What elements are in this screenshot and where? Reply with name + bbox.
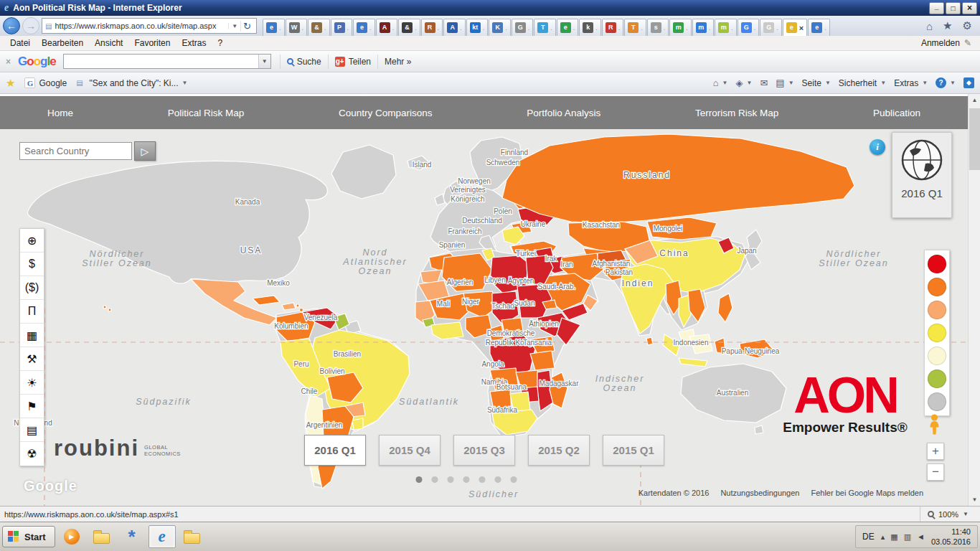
political-violence-icon[interactable]: ☀ xyxy=(20,371,44,395)
risk-map-area[interactable]: NördlicherStiller OzeanNordAtlantischerO… xyxy=(0,129,968,506)
info-icon[interactable]: i xyxy=(870,139,885,155)
read-mail-icon[interactable]: ✉ xyxy=(760,77,768,88)
country-region[interactable] xyxy=(679,358,707,367)
nav-item-home[interactable]: Home xyxy=(42,108,79,118)
google-search-input[interactable] xyxy=(64,55,258,68)
app-shortcut-button[interactable]: * xyxy=(118,525,146,548)
addon-icon[interactable]: ◆ xyxy=(963,77,974,88)
menu-[interactable]: ? xyxy=(212,37,228,50)
url-text[interactable]: https://www.riskmaps.aon.co.uk/site/map.… xyxy=(55,22,228,30)
browser-tab[interactable]: m. xyxy=(692,19,715,36)
pager-dot[interactable] xyxy=(495,476,501,483)
browser-tab[interactable]: e. xyxy=(808,19,830,36)
search-dropdown-icon[interactable]: ▼ xyxy=(258,55,270,68)
browser-tab[interactable]: R. xyxy=(421,19,443,36)
maximize-button[interactable] xyxy=(946,2,961,14)
country-region[interactable] xyxy=(103,306,106,309)
zoom-control[interactable]: 100% ▼ xyxy=(920,507,976,522)
scrollbar-thumb[interactable] xyxy=(969,108,980,170)
sanctions-document-icon[interactable]: ▤ xyxy=(20,418,44,442)
country-region[interactable] xyxy=(755,425,763,434)
minimize-button[interactable] xyxy=(929,2,944,14)
pager-dot[interactable] xyxy=(448,476,454,483)
country-region[interactable] xyxy=(300,309,303,312)
pager-dot[interactable] xyxy=(511,476,517,483)
forward-button[interactable] xyxy=(22,17,39,34)
nav-item-political-risk-map[interactable]: Political Risk Map xyxy=(162,108,250,118)
display-icon[interactable]: ▥ xyxy=(904,532,911,542)
map-attribution-link[interactable]: Nutzungsbedingungen xyxy=(720,489,799,497)
supply-chain-icon[interactable]: ▦ xyxy=(20,324,44,347)
browser-tab[interactable]: T. xyxy=(624,19,646,36)
favorites-star-icon[interactable]: ★ xyxy=(938,19,957,32)
feeds-button[interactable]: ◈▼ xyxy=(736,77,753,88)
settings-gear-icon[interactable]: ⚙ xyxy=(958,19,977,32)
browser-tab[interactable]: e× xyxy=(783,19,807,36)
browser-tab[interactable]: T. xyxy=(534,19,556,36)
start-button[interactable]: Start xyxy=(2,526,55,547)
help-button[interactable]: ?▼ xyxy=(936,77,956,88)
browser-tab[interactable]: A. xyxy=(376,19,398,36)
country-region[interactable] xyxy=(502,134,854,223)
browser-tab[interactable]: e. xyxy=(557,19,579,36)
pager-dot[interactable] xyxy=(479,476,486,483)
terrorism-icon[interactable]: ☢ xyxy=(20,442,44,466)
pegman-icon[interactable] xyxy=(928,414,941,438)
signin-button[interactable]: Anmelden ✎ xyxy=(921,38,976,48)
favorites-bar-star-icon[interactable]: ★ xyxy=(6,77,15,90)
explorer-button[interactable] xyxy=(88,525,116,548)
pager-dot[interactable] xyxy=(463,476,470,483)
menu-datei[interactable]: Datei xyxy=(4,37,36,50)
pager-dot[interactable] xyxy=(432,476,438,483)
country-region[interactable] xyxy=(435,194,445,205)
network-icon[interactable]: ▦ xyxy=(890,532,897,542)
pager-dot[interactable] xyxy=(416,476,423,483)
nav-item-portfolio-analysis[interactable]: Portfolio Analysis xyxy=(521,108,606,118)
toolbar-close-icon[interactable]: × xyxy=(6,57,11,67)
browser-tab[interactable]: A. xyxy=(443,19,466,36)
browser-tab[interactable]: s. xyxy=(647,19,669,36)
browser-tab[interactable]: m. xyxy=(669,19,692,36)
map-attribution-link[interactable]: Kartendaten © 2016 xyxy=(639,489,710,497)
browser-tab[interactable]: G. xyxy=(512,19,534,36)
country-region[interactable] xyxy=(296,304,299,307)
globe-icon[interactable]: ⊕ xyxy=(20,229,44,253)
google-search-box[interactable]: ▼ xyxy=(63,54,271,69)
sicherheit-button[interactable]: Sicherheit▼ xyxy=(839,78,886,88)
menu-extras[interactable]: Extras xyxy=(176,37,212,50)
sovereign-nonpayment-icon[interactable]: $ xyxy=(20,253,44,276)
extras-button[interactable]: Extras▼ xyxy=(894,78,928,88)
map-attribution-link[interactable]: Fehler bei Google Maps melden xyxy=(811,489,923,497)
seite-button[interactable]: Seite▼ xyxy=(802,78,831,88)
favorite-item-article[interactable]: ▤ "Sex and the City": Ki... ▼ xyxy=(76,78,187,88)
window-titlebar[interactable]: e Aon Political Risk Map - Internet Expl… xyxy=(0,0,980,16)
timeline-button-2015-q1[interactable]: 2015 Q1 xyxy=(603,435,664,466)
browser-tab[interactable]: kt. xyxy=(466,19,489,36)
country-region[interactable] xyxy=(431,322,463,339)
media-player-button[interactable]: ▶ xyxy=(58,525,85,548)
country-region[interactable] xyxy=(108,309,111,311)
browser-tab[interactable]: R. xyxy=(602,19,624,36)
country-region[interactable] xyxy=(331,145,396,199)
browser-tab[interactable]: e. xyxy=(263,19,285,36)
volume-icon[interactable]: ◄ xyxy=(917,532,925,542)
timeline-button-2015-q4[interactable]: 2015 Q4 xyxy=(379,435,440,466)
timeline-button-2016-q1[interactable]: 2016 Q1 xyxy=(304,435,366,466)
legal-regulatory-icon[interactable]: ⚒ xyxy=(20,347,44,371)
favorite-item-google[interactable]: G Google xyxy=(24,77,67,88)
nav-item-publication[interactable]: Publication xyxy=(867,108,926,118)
language-indicator[interactable]: DE xyxy=(862,532,875,542)
hidden-icons-chevron[interactable]: ▴ xyxy=(881,532,885,542)
browser-tab[interactable]: W. xyxy=(286,19,308,36)
browser-tab[interactable]: &. xyxy=(308,19,330,36)
scroll-up-icon[interactable]: ▲ xyxy=(969,94,980,106)
documents-button[interactable] xyxy=(179,525,206,548)
home-menu-button[interactable]: ⌂▼ xyxy=(713,77,728,88)
menu-ansicht[interactable]: Ansicht xyxy=(89,37,128,50)
zoom-in-button[interactable]: + xyxy=(927,443,944,460)
address-dropdown-icon[interactable]: ▼ xyxy=(228,23,240,29)
mehr-button[interactable]: Mehr » xyxy=(377,55,418,69)
browser-tab[interactable]: m. xyxy=(715,19,737,36)
home-icon[interactable]: ⌂ xyxy=(921,20,938,32)
menu-favoriten[interactable]: Favoriten xyxy=(128,37,176,50)
